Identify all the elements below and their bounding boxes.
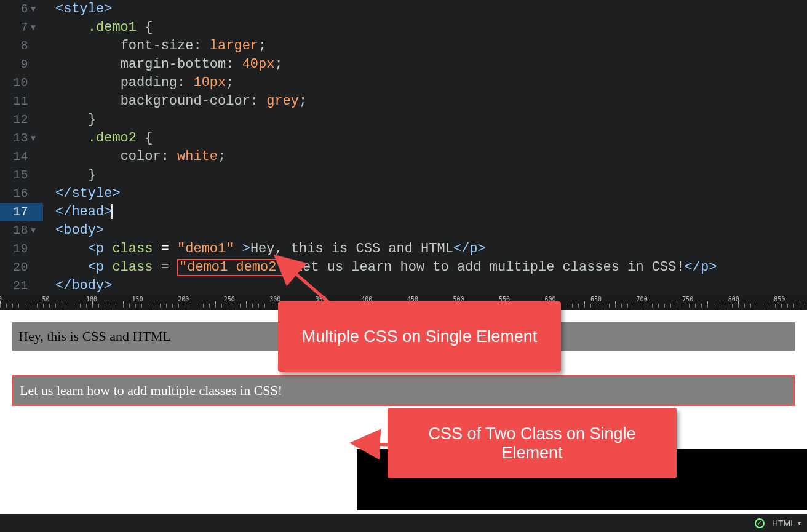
line-number: 8 — [0, 37, 28, 55]
code-line[interactable]: margin-bottom: 40px; — [55, 55, 807, 74]
code-token: : — [161, 149, 177, 164]
line-number: 21 — [0, 277, 28, 295]
annotation-callout-1: Multiple CSS on Single Element — [278, 301, 561, 372]
gutter-line[interactable]: 21 — [0, 277, 43, 295]
code-token: : — [193, 38, 209, 54]
code-token: : — [250, 93, 266, 109]
gutter-line[interactable]: 10 — [0, 74, 43, 92]
code-line[interactable]: padding: 10px; — [55, 74, 807, 92]
ruler-tick-label: 250 — [224, 296, 235, 303]
ruler-tick-label: 850 — [774, 296, 785, 303]
code-token: <style> — [55, 1, 112, 17]
ruler-tick-label: 800 — [728, 296, 739, 303]
code-token: </p> — [453, 241, 486, 256]
code-token: : — [177, 75, 193, 90]
code-token — [55, 260, 88, 275]
code-token: class — [112, 260, 153, 275]
code-token: grey — [266, 93, 299, 109]
code-token: background-color — [121, 93, 250, 109]
highlighted-attribute-value: "demo1 demo2" — [177, 259, 287, 276]
gutter-line[interactable]: 14 — [0, 148, 43, 166]
language-selector[interactable]: HTML ▾ — [772, 518, 801, 528]
code-token: ; — [218, 149, 226, 164]
ruler-tick-label: 150 — [132, 296, 143, 303]
code-token: { — [137, 130, 153, 146]
code-line[interactable]: } — [55, 166, 807, 185]
line-number: 17 — [0, 203, 28, 221]
fold-arrow-icon[interactable]: ▼ — [28, 221, 38, 240]
code-token: { — [137, 20, 153, 35]
code-line[interactable]: background-color: grey; — [55, 92, 807, 111]
line-number: 18 — [0, 221, 28, 240]
code-token: : — [226, 57, 242, 72]
code-token: ; — [258, 38, 266, 54]
code-line[interactable]: </style> — [55, 185, 807, 203]
code-line[interactable]: <body> — [55, 221, 807, 240]
line-number: 14 — [0, 148, 28, 166]
ruler-tick-label: 50 — [42, 296, 50, 303]
line-number: 11 — [0, 92, 28, 111]
line-number-gutter[interactable]: 6▼7▼8910111213▼1415161718▼192021 — [0, 0, 43, 295]
code-token: <p — [88, 241, 104, 256]
code-token: font-size — [121, 38, 194, 54]
ruler-tick-label: 200 — [178, 296, 189, 303]
gutter-line[interactable]: 16 — [0, 185, 43, 203]
code-token: <p — [88, 260, 104, 275]
code-line[interactable]: .demo1 { — [55, 18, 807, 37]
text-cursor — [111, 204, 113, 219]
code-token: </head> — [55, 204, 112, 220]
code-token: Hey, this is CSS and HTML — [250, 241, 453, 256]
gutter-line[interactable]: 6▼ — [0, 0, 43, 18]
gutter-line[interactable]: 11 — [0, 92, 43, 111]
fold-arrow-icon[interactable]: ▼ — [28, 129, 38, 148]
line-number: 7 — [0, 18, 28, 37]
code-editor[interactable]: 6▼7▼8910111213▼1415161718▼192021 <style>… — [0, 0, 807, 295]
gutter-line[interactable]: 15 — [0, 166, 43, 185]
code-token — [55, 57, 121, 72]
code-token: padding — [121, 75, 177, 90]
code-token — [169, 260, 177, 275]
code-token — [104, 260, 112, 275]
code-line[interactable]: </head> — [55, 203, 807, 221]
code-token — [55, 130, 88, 146]
code-token: larger — [210, 38, 258, 54]
code-token: 10px — [193, 75, 226, 90]
code-line[interactable]: } — [55, 111, 807, 129]
code-line[interactable]: <p class = "demo1" >Hey, this is CSS and… — [55, 240, 807, 258]
gutter-line[interactable]: 13▼ — [0, 129, 43, 148]
gutter-line[interactable]: 9 — [0, 55, 43, 74]
code-line[interactable]: <style> — [55, 0, 807, 18]
gutter-line[interactable]: 17 — [0, 203, 43, 221]
code-token: > — [242, 241, 250, 256]
code-line[interactable]: color: white; — [55, 148, 807, 166]
code-token — [55, 20, 88, 35]
code-line[interactable]: <p class = "demo1 demo2">Let us learn ho… — [55, 258, 807, 277]
code-token: </p> — [685, 260, 717, 275]
code-token — [153, 241, 161, 256]
code-token — [55, 75, 121, 90]
gutter-line[interactable]: 8 — [0, 37, 43, 55]
gutter-line[interactable]: 19 — [0, 240, 43, 258]
code-token: } — [55, 112, 96, 127]
code-token — [55, 93, 121, 109]
ruler-tick-label: 700 — [637, 296, 648, 303]
code-token: class — [112, 241, 153, 256]
code-token: ; — [274, 57, 282, 72]
line-number: 10 — [0, 74, 28, 92]
gutter-line[interactable]: 20 — [0, 258, 43, 277]
language-label: HTML — [772, 518, 795, 528]
code-token — [169, 241, 177, 256]
code-line[interactable]: font-size: larger; — [55, 37, 807, 55]
code-line[interactable]: .demo2 { — [55, 129, 807, 148]
fold-arrow-icon[interactable]: ▼ — [28, 18, 38, 37]
gutter-line[interactable]: 12 — [0, 111, 43, 129]
code-token: color — [121, 149, 161, 164]
gutter-line[interactable]: 7▼ — [0, 18, 43, 37]
code-line[interactable]: </body> — [55, 277, 807, 295]
line-number: 19 — [0, 240, 28, 258]
fold-arrow-icon[interactable]: ▼ — [28, 0, 38, 18]
code-area[interactable]: <style> .demo1 { font-size: larger; marg… — [55, 0, 807, 295]
code-token: "demo1" — [177, 241, 234, 256]
gutter-line[interactable]: 18▼ — [0, 221, 43, 240]
code-token: </body> — [55, 278, 112, 293]
